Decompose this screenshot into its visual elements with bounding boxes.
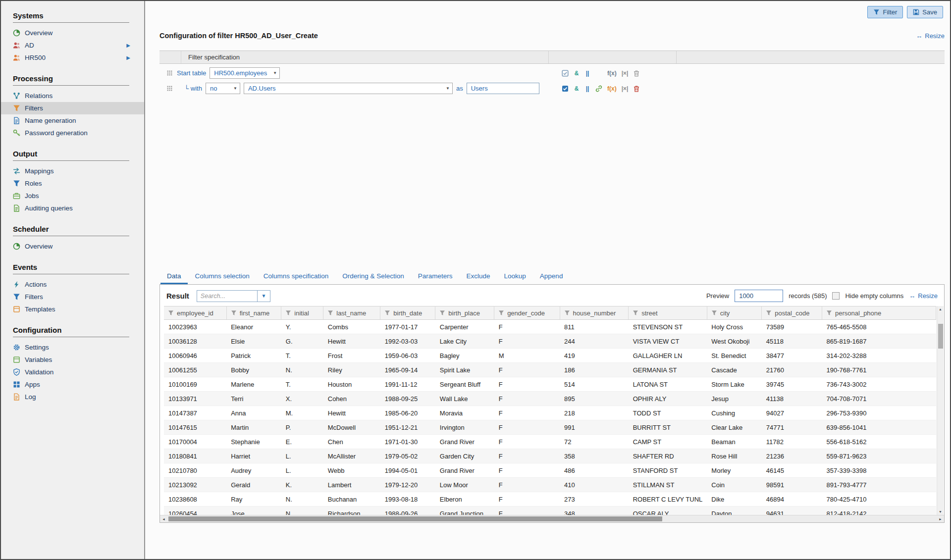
column-header-first-name[interactable]: first_name [226, 306, 281, 320]
drag-handle-icon[interactable] [166, 69, 173, 77]
table-cell: F [494, 478, 560, 492]
sidebar-item-password-generation[interactable]: Password generation [1, 127, 144, 139]
column-header-city[interactable]: city [707, 306, 761, 320]
sidebar-item-mappings[interactable]: Mappings [1, 165, 144, 177]
drag-handle-icon[interactable] [166, 85, 173, 92]
or-operator-icon[interactable]: || [584, 85, 590, 92]
table-row[interactable]: 10238608RayN.Buchanan1993-08-18ElberonF2… [164, 492, 936, 507]
column-header-postal-code[interactable]: postal_code [762, 306, 822, 320]
join-table-value: AD.Users [248, 85, 276, 92]
table-row[interactable]: 10210780AudreyL.Webb1994-05-01Grand Rive… [164, 463, 936, 478]
join-table-select[interactable]: AD.Users ▼ [244, 83, 453, 94]
column-header-initial[interactable]: initial [281, 306, 323, 320]
filter-button[interactable]: Filter [867, 6, 903, 18]
and-operator-icon[interactable]: & [574, 85, 580, 92]
tab-columns-selection[interactable]: Columns selection [189, 269, 256, 284]
or-operator-icon[interactable]: || [584, 70, 590, 77]
sidebar-item-overview[interactable]: Overview [1, 240, 144, 253]
expand-chevron-icon[interactable]: ▶ [126, 55, 130, 60]
table-cell: Marlene [226, 377, 281, 392]
result-resize-link[interactable]: ↔ Resize [909, 292, 938, 300]
table-row[interactable]: 10100169MarleneT.Houston1991-11-12Sergea… [164, 377, 936, 392]
scroll-right-arrow[interactable]: ► [937, 515, 944, 522]
sidebar-item-auditing-queries[interactable]: Auditing queries [1, 202, 144, 214]
link-icon[interactable] [595, 85, 602, 92]
preview-count-input[interactable] [735, 290, 783, 302]
sidebar-item-filters[interactable]: Filters [1, 291, 144, 303]
scroll-up-arrow[interactable]: ▲ [937, 306, 944, 312]
column-header-birth-date[interactable]: birth_date [380, 306, 435, 320]
column-header-employee-id[interactable]: employee_id [164, 306, 226, 320]
horizontal-scrollbar[interactable]: ◄ ► [160, 515, 944, 522]
table-row[interactable]: 10147615MartinP.McDowell1951-12-21Irving… [164, 420, 936, 435]
column-header-personal-phone[interactable]: personal_phone [822, 306, 936, 320]
table-row[interactable]: 10036128ElsieG.Hewitt1992-03-03Lake City… [164, 334, 936, 349]
tab-exclude[interactable]: Exclude [460, 269, 497, 284]
column-header-birth-place[interactable]: birth_place [435, 306, 494, 320]
function-icon[interactable]: f(x) [607, 70, 617, 77]
table-row[interactable]: 10170004StephanieE.Chen1971-01-30Grand R… [164, 435, 936, 449]
table-row[interactable]: 10133971TerriX.Cohen1988-09-25Wall LakeF… [164, 392, 936, 406]
table-row[interactable]: 10213092GeraldK.Lambert1979-12-20Low Moo… [164, 478, 936, 492]
tab-ordering-selection[interactable]: Ordering & Selection [336, 269, 411, 284]
table-cell: STILLMAN ST [629, 478, 707, 492]
delete-row-icon[interactable] [633, 85, 640, 92]
scroll-left-arrow[interactable]: ◄ [160, 515, 167, 522]
sidebar-item-actions[interactable]: Actions [1, 278, 144, 291]
tab-append[interactable]: Append [533, 269, 570, 284]
table-row[interactable]: 10147387AnnaM.Hewitt1985-06-20MoraviaF21… [164, 406, 936, 420]
sidebar-item-hr500[interactable]: HR500▶ [1, 51, 144, 64]
table-row[interactable]: 10023963EleanorY.Combs1977-01-17Carpente… [164, 320, 936, 334]
table-row[interactable]: 10180841HarrietL.McAllister1979-05-02Gar… [164, 449, 936, 463]
sidebar-item-ad[interactable]: AD▶ [1, 39, 144, 51]
hide-empty-columns-checkbox[interactable] [832, 292, 840, 300]
sidebar-item-templates[interactable]: Templates [1, 303, 144, 315]
sidebar-item-jobs[interactable]: Jobs [1, 190, 144, 202]
expand-chevron-icon[interactable]: ▶ [126, 43, 130, 48]
row-enabled-checkbox[interactable] [562, 85, 569, 92]
join-type-value: no [210, 85, 217, 92]
table-row[interactable]: 10260454JoseN.Richardson1988-09-26Grand … [164, 507, 936, 515]
sidebar-item-variables[interactable]: Variables [1, 354, 144, 366]
table-row[interactable]: 10060946PatrickT.Frost1959-06-03BagleyM4… [164, 349, 936, 363]
save-button[interactable]: Save [907, 6, 943, 18]
and-operator-icon[interactable]: & [574, 70, 580, 77]
join-type-select[interactable]: no ▼ [206, 83, 240, 94]
sidebar-item-label: Overview [25, 243, 53, 250]
tab-columns-specification[interactable]: Columns specification [257, 269, 335, 284]
column-header-house-number[interactable]: house_number [560, 306, 629, 320]
start-table-select[interactable]: HR500.employees ▼ [210, 67, 280, 79]
tab-lookup[interactable]: Lookup [498, 269, 532, 284]
sidebar-item-filters[interactable]: Filters [1, 102, 144, 114]
tab-data[interactable]: Data [160, 269, 188, 284]
exclude-icon[interactable]: |×| [622, 70, 629, 77]
sidebar-item-overview[interactable]: Overview [1, 27, 144, 39]
sidebar-item-name-generation[interactable]: Name generation [1, 114, 144, 127]
filter-spec-resize-link[interactable]: ↔ Resize [916, 32, 945, 40]
table-cell: 10260454 [164, 507, 226, 515]
sidebar-item-settings[interactable]: Settings [1, 341, 144, 354]
vertical-scroll-thumb[interactable] [938, 324, 943, 349]
sidebar-item-apps[interactable]: Apps [1, 378, 144, 391]
sidebar-item-label: Roles [25, 180, 42, 187]
sidebar-section-events: EventsActionsFiltersTemplates [1, 258, 144, 315]
scroll-down-arrow[interactable]: ▼ [937, 509, 944, 515]
horizontal-scroll-thumb[interactable] [168, 516, 662, 521]
search-dropdown-button[interactable]: ▼ [257, 290, 270, 302]
alias-input[interactable]: Users [467, 83, 539, 94]
vertical-scrollbar[interactable]: ▲ ▼ [937, 306, 944, 515]
search-input[interactable] [197, 290, 257, 302]
sidebar-item-relations[interactable]: Relations [1, 90, 144, 102]
sidebar-item-validation[interactable]: Validation [1, 366, 144, 378]
row-enabled-checkbox[interactable] [562, 70, 569, 77]
tab-parameters[interactable]: Parameters [412, 269, 459, 284]
column-header-street[interactable]: street [629, 306, 707, 320]
exclude-icon[interactable]: |×| [622, 85, 629, 92]
table-row[interactable]: 10061255BobbyN.Riley1965-09-14Spirit Lak… [164, 363, 936, 377]
column-header-last-name[interactable]: last_name [323, 306, 380, 320]
delete-row-icon[interactable] [633, 70, 640, 77]
function-icon[interactable]: f(x) [607, 85, 617, 92]
sidebar-item-log[interactable]: Log [1, 391, 144, 403]
sidebar-item-roles[interactable]: Roles [1, 177, 144, 190]
column-header-gender-code[interactable]: gender_code [494, 306, 560, 320]
